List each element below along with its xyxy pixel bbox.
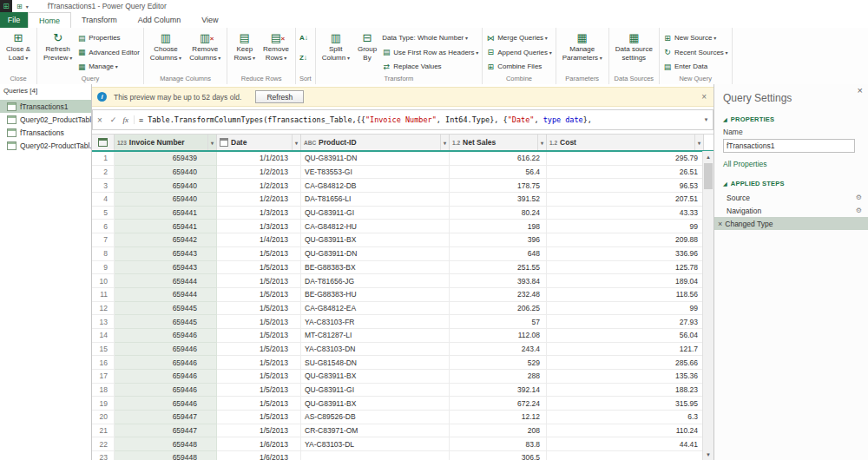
- table-row[interactable]: 23 659448 1/6/2013 306.5: [92, 451, 713, 460]
- table-row[interactable]: 18 659446 1/5/2013 QU-G83911-GI 392.14 1…: [92, 384, 713, 398]
- table-row[interactable]: 11 659444 1/5/2013 BE-G88383-HU 232.48 1…: [92, 288, 713, 302]
- product-id-cell[interactable]: DA-T81656-JG: [301, 274, 450, 288]
- cost-cell[interactable]: 189.04: [547, 274, 704, 288]
- applied-step-navigation[interactable]: Navigation: [714, 204, 868, 217]
- date-cell[interactable]: 1/5/2013: [217, 274, 301, 288]
- row-number-cell[interactable]: 12: [92, 302, 115, 316]
- row-number-cell[interactable]: 19: [92, 397, 115, 411]
- date-cell[interactable]: 1/2/2013: [217, 193, 301, 207]
- product-id-cell[interactable]: YA-C83103-FR: [301, 315, 450, 329]
- cost-cell[interactable]: 118.56: [547, 288, 704, 302]
- date-cell[interactable]: 1/5/2013: [217, 288, 301, 302]
- row-number-cell[interactable]: 22: [92, 437, 115, 451]
- tab-view[interactable]: View: [191, 12, 228, 28]
- invoice-number-cell[interactable]: 659446: [115, 356, 217, 370]
- table-row[interactable]: 17 659446 1/5/2013 QU-G83911-BX 288 135.…: [92, 370, 713, 384]
- table-row[interactable]: 9 659443 1/5/2013 BE-G88383-BX 251.55 12…: [92, 261, 713, 275]
- invoice-number-cell[interactable]: 659444: [115, 274, 217, 288]
- append-queries-button[interactable]: Append Queries: [486, 47, 552, 58]
- product-id-cell[interactable]: VE-T83553-GI: [301, 166, 450, 180]
- table-row[interactable]: 2 659440 1/2/2013 VE-T83553-GI 56.4 26.5…: [92, 166, 713, 180]
- choose-columns-button[interactable]: Choose Columns: [148, 30, 184, 62]
- table-row[interactable]: 3 659440 1/2/2013 CA-G84812-DB 178.75 96…: [92, 179, 713, 193]
- net-sales-cell[interactable]: 288: [450, 370, 547, 384]
- date-cell[interactable]: 1/5/2013: [217, 315, 301, 329]
- split-column-button[interactable]: Split Column: [319, 30, 352, 62]
- invoice-number-cell[interactable]: 659443: [115, 261, 217, 275]
- net-sales-cell[interactable]: 306.5: [450, 451, 547, 460]
- filter-dropdown-icon[interactable]: [537, 135, 543, 150]
- cost-cell[interactable]: 6.3: [547, 411, 704, 424]
- cost-cell[interactable]: 209.88: [547, 233, 704, 247]
- query-item-query02-producttabl[interactable]: Query02_ProductTabl...: [0, 113, 91, 126]
- row-number-cell[interactable]: 20: [92, 411, 115, 424]
- scrollbar-thumb[interactable]: [704, 163, 713, 189]
- sort-ascending-button[interactable]: [299, 32, 308, 43]
- cost-cell[interactable]: 135.36: [547, 370, 704, 384]
- invoice-number-cell[interactable]: 659446: [115, 397, 217, 411]
- product-id-cell[interactable]: QU-G83911-DN: [301, 152, 450, 166]
- date-cell[interactable]: 1/5/2013: [217, 397, 301, 411]
- date-cell[interactable]: 1/1/2013: [217, 152, 301, 166]
- properties-button[interactable]: Properties: [77, 32, 140, 43]
- table-row[interactable]: 10 659444 1/5/2013 DA-T81656-JG 393.84 1…: [92, 274, 713, 288]
- remove-columns-button[interactable]: Remove Columns: [187, 30, 223, 62]
- properties-section-header[interactable]: PROPERTIES: [714, 104, 868, 127]
- invoice-number-cell[interactable]: 659448: [115, 437, 217, 451]
- row-number-cell[interactable]: 8: [92, 247, 115, 261]
- row-number-cell[interactable]: 7: [92, 233, 115, 247]
- table-row[interactable]: 4 659440 1/2/2013 DA-T81656-LI 391.52 20…: [92, 193, 713, 207]
- invoice-number-cell[interactable]: 659439: [115, 152, 217, 166]
- row-number-cell[interactable]: 18: [92, 384, 115, 398]
- tab-add-column[interactable]: Add Column: [128, 12, 192, 28]
- net-sales-cell[interactable]: 12.12: [450, 411, 547, 424]
- refresh-preview-button[interactable]: Refresh Preview: [41, 30, 75, 62]
- formula-input[interactable]: = Table.TransformColumnTypes(fTransactio…: [134, 115, 700, 124]
- enter-data-button[interactable]: Enter Data: [663, 61, 728, 72]
- invoice-number-cell[interactable]: 659442: [115, 233, 217, 247]
- table-row[interactable]: 7 659442 1/4/2013 QU-G83911-BX 396 209.8…: [92, 233, 713, 247]
- invoice-number-cell[interactable]: 659448: [115, 451, 217, 460]
- step-settings-gear-icon[interactable]: [856, 194, 862, 201]
- cost-cell[interactable]: 96.53: [547, 179, 704, 193]
- cost-cell[interactable]: 110.24: [547, 424, 704, 438]
- cost-cell[interactable]: 295.79: [547, 152, 704, 166]
- row-number-cell[interactable]: 9: [92, 261, 115, 275]
- row-number-cell[interactable]: 11: [92, 288, 115, 302]
- table-row[interactable]: 1 659439 1/1/2013 QU-G83911-DN 616.22 29…: [92, 152, 713, 166]
- table-row[interactable]: 12 659445 1/5/2013 CA-G84812-EA 206.25 9…: [92, 302, 713, 316]
- advanced-editor-button[interactable]: Advanced Editor: [77, 47, 140, 58]
- date-cell[interactable]: 1/5/2013: [217, 261, 301, 275]
- invoice-number-cell[interactable]: 659440: [115, 179, 217, 193]
- date-cell[interactable]: 1/5/2013: [217, 356, 301, 370]
- cost-cell[interactable]: 99: [547, 220, 704, 233]
- date-cell[interactable]: 1/3/2013: [217, 220, 301, 233]
- date-cell[interactable]: 1/5/2013: [217, 411, 301, 424]
- table-row[interactable]: 16 659446 1/5/2013 SU-G81548-DN 529 285.…: [92, 356, 713, 370]
- cost-cell[interactable]: 285.66: [547, 356, 704, 370]
- notification-close-icon[interactable]: [701, 92, 708, 102]
- column-header-invoice-number[interactable]: 123 Invoice Number: [115, 135, 217, 150]
- invoice-number-cell[interactable]: 659440: [115, 193, 217, 207]
- date-cell[interactable]: 1/5/2013: [217, 247, 301, 261]
- date-cell[interactable]: 1/2/2013: [217, 166, 301, 180]
- row-number-cell[interactable]: 13: [92, 315, 115, 329]
- product-id-cell[interactable]: QU-G83911-BX: [301, 370, 450, 384]
- select-all-corner[interactable]: [92, 135, 115, 150]
- product-id-cell[interactable]: CA-G84812-DB: [301, 179, 450, 193]
- vertical-scrollbar[interactable]: [702, 151, 713, 460]
- invoice-number-cell[interactable]: 659441: [115, 207, 217, 220]
- tab-transform[interactable]: Transform: [71, 12, 128, 28]
- cost-cell[interactable]: 188.23: [547, 384, 704, 398]
- quick-access-caret-icon[interactable]: [26, 3, 29, 10]
- remove-rows-button[interactable]: Remove Rows: [260, 30, 292, 62]
- date-cell[interactable]: 1/5/2013: [217, 384, 301, 398]
- invoice-number-cell[interactable]: 659444: [115, 288, 217, 302]
- column-header-cost[interactable]: 1.2 Cost: [547, 135, 704, 150]
- invoice-number-cell[interactable]: 659447: [115, 411, 217, 424]
- row-number-cell[interactable]: 5: [92, 207, 115, 220]
- delete-step-icon[interactable]: [718, 220, 722, 228]
- row-number-cell[interactable]: 14: [92, 329, 115, 343]
- data-source-settings-button[interactable]: Data source settings: [613, 30, 655, 62]
- product-id-cell[interactable]: DA-T81656-LI: [301, 193, 450, 207]
